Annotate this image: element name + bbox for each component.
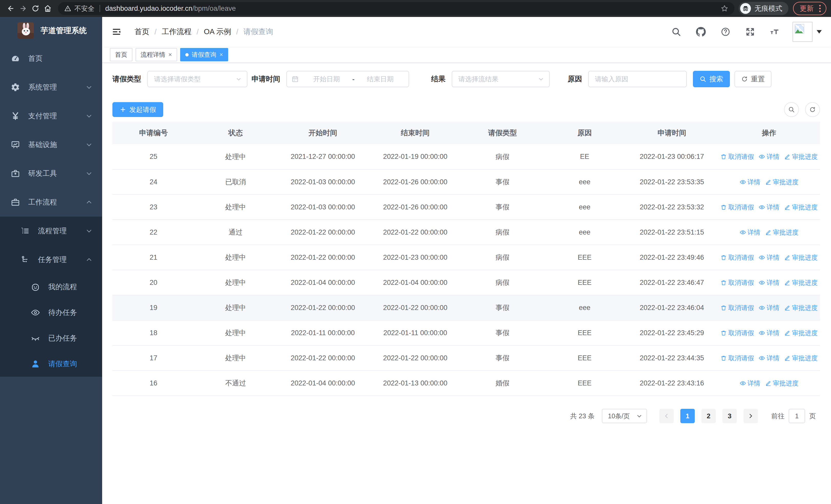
progress-action-link[interactable]: 审批进度: [784, 278, 818, 287]
sidebar-item-my-process[interactable]: 我的流程: [0, 274, 102, 300]
fullscreen-icon[interactable]: [742, 23, 758, 40]
font-size-icon[interactable]: [766, 23, 783, 40]
sidebar-item-infra[interactable]: 基础设施: [0, 130, 102, 159]
detail-action-link[interactable]: 详情: [740, 379, 761, 387]
cell-start: 2022-01-22 00:00:00: [277, 245, 369, 270]
view-icon: [740, 229, 746, 236]
search-icon[interactable]: [668, 23, 685, 40]
refresh-table-button[interactable]: [805, 102, 820, 117]
sidebar-item-workflow[interactable]: 工作流程: [0, 188, 102, 216]
cancel-action-link[interactable]: 取消请假: [720, 278, 754, 287]
progress-action-link[interactable]: 审批进度: [784, 253, 818, 262]
detail-action-link[interactable]: 详情: [758, 329, 779, 337]
detail-action-link[interactable]: 详情: [758, 278, 779, 287]
create-leave-button[interactable]: 发起请假: [112, 102, 163, 117]
apply-time-range-picker[interactable]: 开始日期 - 结束日期: [286, 71, 409, 87]
row-actions: 取消请假详情审批进度: [718, 354, 820, 362]
tab-leave-query[interactable]: 请假查询×: [180, 48, 228, 61]
search-button[interactable]: 搜索: [693, 71, 730, 87]
page-size-select[interactable]: 10条/页: [602, 409, 647, 423]
cancel-action-link[interactable]: 取消请假: [720, 329, 754, 337]
progress-action-link[interactable]: 审批进度: [784, 329, 818, 337]
cell-id: 17: [112, 346, 195, 370]
close-icon[interactable]: ×: [220, 52, 223, 58]
progress-action-link[interactable]: 审批进度: [784, 354, 818, 362]
sidebar-item-payment[interactable]: 支付管理: [0, 101, 102, 130]
edit-icon: [784, 153, 791, 160]
result-select[interactable]: 请选择流结果: [452, 71, 550, 87]
progress-action-link[interactable]: 审批进度: [784, 152, 818, 161]
leave-type-select[interactable]: 请选择请假类型: [147, 71, 248, 87]
cancel-action-link[interactable]: 取消请假: [720, 304, 754, 312]
detail-action-link[interactable]: 详情: [740, 178, 761, 186]
goto-page-input[interactable]: 1: [789, 409, 805, 423]
sidebar: 芋道管理系统 首页系统管理支付管理基础设施研发工具工作流程流程管理任务管理我的流…: [0, 17, 102, 504]
browser-home-icon[interactable]: [41, 2, 54, 14]
user-menu[interactable]: [793, 22, 822, 42]
sidebar-item-done-tasks[interactable]: 已办任务: [0, 325, 102, 351]
page-button-1[interactable]: 1: [680, 409, 695, 423]
leave-type-label: 请假类型: [112, 74, 141, 84]
reason-input[interactable]: 请输入原因: [588, 71, 687, 87]
sidebar-item-devtools[interactable]: 研发工具: [0, 159, 102, 188]
cancel-action-link[interactable]: 取消请假: [720, 253, 754, 262]
breadcrumb-item[interactable]: 首页: [135, 27, 149, 37]
detail-action-link[interactable]: 详情: [758, 152, 779, 161]
sidebar-item-leave-query[interactable]: 请假查询: [0, 351, 102, 377]
table-row: 18处理中2022-01-11 00:00:002022-01-11 00:00…: [112, 320, 820, 346]
security-chip[interactable]: 不安全: [64, 4, 94, 13]
browser-reload-icon[interactable]: [29, 2, 41, 14]
sidebar-item-process-mgmt[interactable]: 流程管理: [0, 216, 102, 245]
cell-type: 婚假: [461, 370, 544, 396]
page-button-3[interactable]: 3: [722, 409, 737, 423]
next-page-button[interactable]: [744, 409, 758, 423]
cancel-action-link[interactable]: 取消请假: [720, 354, 754, 362]
progress-action-link[interactable]: 审批进度: [784, 304, 818, 312]
progress-action-link[interactable]: 审批进度: [765, 178, 799, 186]
bookmark-star-icon[interactable]: [721, 5, 728, 12]
sidebar-item-task-mgmt[interactable]: 任务管理: [0, 245, 102, 274]
tab-process-detail[interactable]: 流程详情×: [136, 48, 177, 61]
breadcrumb-item[interactable]: 工作流程: [162, 27, 192, 37]
end-date-placeholder[interactable]: 结束日期: [356, 75, 404, 84]
detail-action-link[interactable]: 详情: [758, 203, 779, 211]
browser-menu-button[interactable]: 更新: [793, 2, 826, 15]
url-bar[interactable]: 不安全 dashboard.yudao.iocoder.cn/bpm/oa/le…: [58, 2, 735, 15]
cell-status: 处理中: [195, 195, 277, 220]
cell-type: 事假: [461, 320, 544, 346]
tab-home[interactable]: 首页: [110, 48, 133, 61]
sidebar-item-label: 系统管理: [28, 82, 57, 92]
cell-end: 2022-01-26 00:00:00: [369, 169, 461, 195]
sidebar-collapse-icon[interactable]: [111, 26, 122, 37]
detail-action-link[interactable]: 详情: [758, 304, 779, 312]
progress-action-label: 审批进度: [792, 253, 818, 262]
github-icon[interactable]: [692, 23, 709, 40]
cancel-action-link[interactable]: 取消请假: [720, 203, 754, 211]
browser-back-icon[interactable]: [5, 2, 17, 14]
prev-page-button[interactable]: [659, 409, 674, 423]
toggle-search-button[interactable]: [784, 102, 799, 117]
close-icon[interactable]: ×: [168, 52, 172, 58]
progress-action-link[interactable]: 审批进度: [784, 203, 818, 211]
user-icon: [31, 359, 40, 368]
detail-action-link[interactable]: 详情: [758, 354, 779, 362]
reset-button[interactable]: 重置: [735, 71, 771, 87]
page-button-2[interactable]: 2: [701, 409, 716, 423]
sidebar-item-todo-tasks[interactable]: 待办任务: [0, 300, 102, 325]
kebab-menu-icon[interactable]: [818, 5, 822, 12]
cancel-action-link[interactable]: 取消请假: [720, 152, 754, 161]
sidebar-item-home[interactable]: 首页: [0, 44, 102, 73]
detail-action-link[interactable]: 详情: [740, 228, 761, 237]
breadcrumb-item[interactable]: OA 示例: [204, 27, 231, 37]
warning-icon: [64, 5, 71, 12]
sidebar-item-system[interactable]: 系统管理: [0, 73, 102, 101]
detail-action-link[interactable]: 详情: [758, 253, 779, 262]
progress-action-link[interactable]: 审批进度: [765, 228, 799, 237]
start-date-placeholder[interactable]: 开始日期: [303, 75, 350, 84]
help-icon[interactable]: [717, 23, 734, 40]
cell-end: 2022-01-22 00:00:00: [369, 295, 461, 320]
browser-forward-icon[interactable]: [17, 2, 29, 14]
cell-end: 2022-01-22 00:00:00: [369, 346, 461, 370]
cell-start: 2022-01-04 00:00:00: [277, 370, 369, 396]
progress-action-link[interactable]: 审批进度: [765, 379, 799, 387]
